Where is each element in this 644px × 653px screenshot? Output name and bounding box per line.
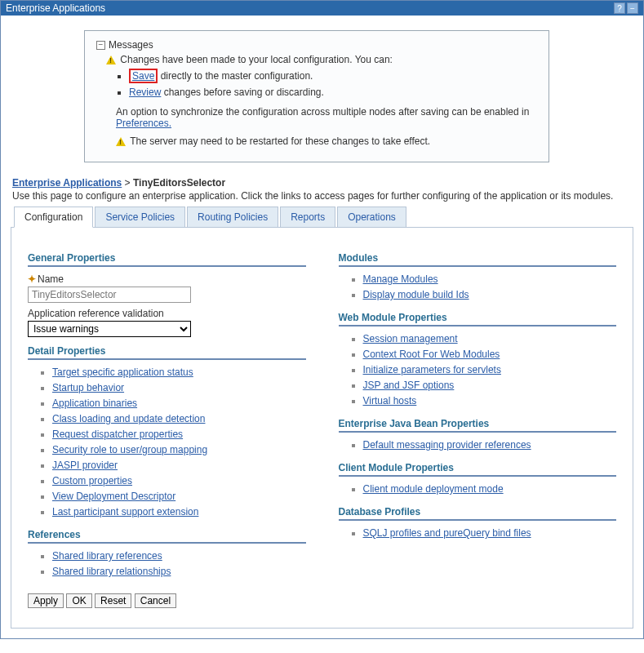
message-item: Review changes before saving or discardi… [129, 87, 537, 98]
link[interactable]: Session management [363, 333, 458, 344]
list-item: Manage Modules [363, 273, 617, 285]
list-item: SQLJ profiles and pureQuery bind files [363, 527, 617, 539]
list-item: Class loading and update detection [52, 413, 306, 424]
titlebar: Enterprise Applications ? − [1, 1, 643, 16]
list-item: Default messaging provider references [363, 439, 617, 451]
messages-box: − Messages Changes have been made to you… [84, 30, 549, 162]
link[interactable]: Target specific application status [52, 366, 193, 378]
list-item: Shared library relationships [52, 566, 306, 577]
link[interactable]: Client module deployment mode [363, 483, 504, 495]
link[interactable]: SQLJ profiles and pureQuery bind files [363, 527, 531, 539]
review-link[interactable]: Review [129, 87, 161, 98]
help-icon[interactable]: ? [614, 2, 625, 14]
refval-label: Application reference validation [28, 308, 306, 319]
list-item: Client module deployment mode [363, 483, 617, 495]
link[interactable]: Display module build Ids [363, 289, 469, 300]
link[interactable]: Application binaries [52, 398, 137, 409]
warning-icon [116, 137, 126, 146]
section-detail: Detail Properties [28, 345, 306, 360]
link[interactable]: Shared library references [52, 550, 162, 562]
required-icon: ✦ [28, 273, 36, 285]
name-label: Name [38, 273, 64, 285]
section-modules: Modules [339, 252, 617, 267]
messages-restart: The server may need to be restarted for … [116, 135, 537, 147]
tab-content: General Properties ✦Name Application ref… [11, 228, 633, 629]
link[interactable]: Context Root For Web Modules [363, 349, 500, 360]
ok-button[interactable]: OK [66, 593, 91, 608]
minimize-icon[interactable]: − [627, 2, 638, 14]
tab-reports[interactable]: Reports [280, 207, 335, 228]
cancel-button[interactable]: Cancel [135, 593, 176, 608]
tab-routing-policies[interactable]: Routing Policies [187, 207, 278, 228]
link[interactable]: Startup behavior [52, 382, 124, 393]
list-item: View Deployment Descriptor [52, 491, 306, 502]
list-item: Startup behavior [52, 382, 306, 393]
link[interactable]: Shared library relationships [52, 566, 171, 577]
name-field[interactable] [28, 287, 191, 303]
tab-operations[interactable]: Operations [337, 207, 406, 228]
warning-icon [106, 56, 116, 64]
save-link[interactable]: Save [132, 70, 154, 82]
list-item: Virtual hosts [363, 395, 617, 406]
messages-sync: An option to synchronize the configurati… [116, 106, 537, 129]
link[interactable]: Virtual hosts [363, 395, 417, 406]
list-item: Target specific application status [52, 366, 306, 378]
section-db: Database Profiles [339, 506, 617, 521]
link[interactable]: Class loading and update detection [52, 413, 205, 424]
page-description: Use this page to configure an enterprise… [12, 190, 633, 202]
link[interactable]: Default messaging provider references [363, 439, 531, 451]
list-item: Last participant support extension [52, 506, 306, 518]
link[interactable]: Request dispatcher properties [52, 429, 183, 440]
tab-service-policies[interactable]: Service Policies [95, 207, 185, 228]
link[interactable]: Custom properties [52, 475, 132, 486]
refval-select[interactable]: Issue warnings [28, 321, 191, 337]
link[interactable]: Manage Modules [363, 273, 438, 285]
link[interactable]: Last participant support extension [52, 506, 198, 518]
link[interactable]: Security role to user/group mapping [52, 444, 207, 455]
collapse-icon[interactable]: − [96, 41, 105, 50]
message-item: Save directly to the master configuratio… [129, 69, 537, 83]
list-item: Initialize parameters for servlets [363, 364, 617, 375]
section-web: Web Module Properties [339, 312, 617, 326]
tab-configuration[interactable]: Configuration [14, 207, 93, 228]
messages-heading: Messages [109, 39, 153, 51]
messages-change-text: Changes have been made to your local con… [120, 54, 393, 65]
save-highlight: Save [129, 69, 158, 83]
list-item: Application binaries [52, 398, 306, 409]
list-item: Session management [363, 333, 617, 344]
list-item: Shared library references [52, 550, 306, 562]
section-references: References [28, 529, 306, 544]
list-item: JASPI provider [52, 460, 306, 471]
breadcrumb: Enterprise Applications > TinyEditorsSel… [12, 177, 633, 189]
list-item: Custom properties [52, 475, 306, 486]
page-title: Enterprise Applications [6, 2, 612, 14]
reset-button[interactable]: Reset [95, 593, 131, 608]
section-general: General Properties [28, 252, 306, 267]
list-item: Display module build Ids [363, 289, 617, 300]
link[interactable]: JASPI provider [52, 460, 118, 471]
breadcrumb-current: TinyEditorsSelector [133, 177, 225, 189]
link[interactable]: JSP and JSF options [363, 380, 455, 391]
section-ejb: Enterprise Java Bean Properties [339, 418, 617, 433]
link[interactable]: Initialize parameters for servlets [363, 364, 501, 375]
breadcrumb-root[interactable]: Enterprise Applications [12, 177, 122, 189]
preferences-link[interactable]: Preferences. [116, 118, 171, 129]
list-item: Context Root For Web Modules [363, 349, 617, 360]
section-client: Client Module Properties [339, 462, 617, 477]
list-item: Request dispatcher properties [52, 429, 306, 440]
list-item: Security role to user/group mapping [52, 444, 306, 455]
tab-bar: Configuration Service Policies Routing P… [11, 207, 633, 228]
link[interactable]: View Deployment Descriptor [52, 491, 175, 502]
apply-button[interactable]: Apply [28, 593, 64, 608]
list-item: JSP and JSF options [363, 380, 617, 391]
